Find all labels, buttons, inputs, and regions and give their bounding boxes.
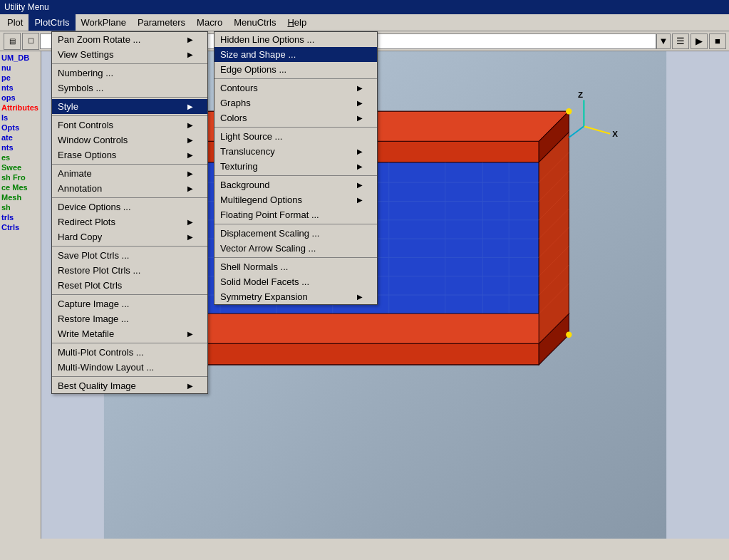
menu-best-quality-image[interactable]: Best Quality Image ▶ [52,378,207,393]
icon-btn-2[interactable]: ▶ [691,33,708,49]
svg-point-55 [566,332,572,338]
menu-numbering[interactable]: Numbering ... [52,66,207,81]
menu-annotation[interactable]: Annotation ▶ [52,181,207,196]
menu-redirect-plots[interactable]: Redirect Plots ▶ [52,214,207,229]
menu-floating-point-format[interactable]: Floating Point Format ... [214,207,377,222]
sidebar-attributes[interactable]: Attributes [1,103,39,113]
plotctrls-dropdown: Pan Zoom Rotate ... ▶ View Settings ▶ Nu… [51,31,208,394]
arrow-icon: ▶ [187,170,193,177]
icon-btn-3[interactable]: ■ [709,33,726,49]
menu-hidden-line-options[interactable]: Hidden Line Options ... [214,32,377,47]
menu-light-source[interactable]: Light Source ... [214,129,377,144]
menu-multi-plot-controls[interactable]: Multi-Plot Controls ... [52,345,207,360]
menu-pan-zoom-rotate[interactable]: Pan Zoom Rotate ... ▶ [52,32,207,47]
menu-multilegend-options[interactable]: Multilegend Options ▶ [214,192,377,207]
menu-device-options[interactable]: Device Options ... [52,199,207,214]
separator-6 [52,246,207,247]
sidebar-pe[interactable]: pe [1,73,39,83]
menu-background[interactable]: Background ▶ [214,177,377,192]
separator-s5 [214,257,377,258]
menu-shell-normals[interactable]: Shell Normals ... [214,259,377,274]
menu-texturing[interactable]: Texturing ▶ [214,159,377,174]
menu-macro[interactable]: Macro [191,14,228,31]
style-submenu: Hidden Line Options ... Size and Shape .… [214,31,378,305]
menu-help-label: Help [287,17,306,28]
sidebar-es[interactable]: es [1,152,39,162]
menu-contours[interactable]: Contours ▶ [214,81,377,95]
menu-reset-plot-ctrls[interactable]: Reset Plot Ctrls [52,278,207,293]
svg-text:X: X [612,130,618,138]
menu-restore-plot-ctrls[interactable]: Restore Plot Ctrls ... [52,263,207,278]
icon-btn-1[interactable]: ☰ [672,33,689,49]
sidebar-ce-mes[interactable]: ce Mes [1,182,39,192]
menu-workplane[interactable]: WorkPlane [76,14,132,31]
menu-font-controls[interactable]: Font Controls ▶ [52,118,207,133]
menu-parameters[interactable]: Parameters [132,14,191,31]
arrow-icon: ▶ [357,181,363,189]
menu-help[interactable]: Help [281,14,312,31]
menu-graphs[interactable]: Graphs ▶ [214,95,377,110]
left-sidebar: UM_DB nu pe nts ops Attributes ls Opts a… [0,51,41,539]
menu-plotctrls[interactable]: PlotCtrls [29,14,75,31]
sidebar-sh[interactable]: sh [1,202,39,212]
menu-vector-arrow-scaling[interactable]: Vector Arrow Scaling ... [214,241,377,256]
arrow-icon: ▶ [187,51,193,58]
menu-restore-image[interactable]: Restore Image ... [52,311,207,326]
arrow-icon: ▶ [187,382,193,390]
arrow-icon: ▶ [357,196,363,204]
menu-edge-options[interactable]: Edge Options ... [214,62,377,77]
separator-9 [52,376,207,377]
toolbar-btn-2[interactable]: ☐ [22,33,39,50]
menu-size-and-shape[interactable]: Size and Shape ... [214,47,377,62]
sidebar-nu[interactable]: nu [1,63,39,73]
separator-3 [52,115,207,116]
separator-s1 [214,78,377,79]
arrow-icon: ▶ [187,218,193,226]
menu-bar: Plot PlotCtrls WorkPlane Parameters Macr… [0,14,729,31]
menu-menuctrls[interactable]: MenuCtrls [228,14,281,31]
menu-window-controls[interactable]: Window Controls ▶ [52,133,207,147]
menu-hard-copy[interactable]: Hard Copy ▶ [52,229,207,244]
separator-2 [52,97,207,98]
sidebar-swee[interactable]: Swee [1,162,39,172]
sidebar-ctrls[interactable]: Ctrls [1,222,39,232]
menu-solid-model-facets[interactable]: Solid Model Facets ... [214,274,377,289]
arrow-icon: ▶ [357,147,363,155]
menu-capture-image[interactable]: Capture Image ... [52,296,207,311]
sidebar-ate[interactable]: ate [1,133,39,142]
menu-write-metafile[interactable]: Write Metafile ▶ [52,326,207,341]
separator-s4 [214,224,377,224]
sidebar-sh-fro[interactable]: sh Fro [1,172,39,182]
separator-5 [52,197,207,198]
sidebar-ops[interactable]: ops [1,93,39,103]
menu-menuctrls-label: MenuCtrls [234,17,276,28]
arrow-icon: ▶ [187,151,193,159]
menu-view-settings[interactable]: View Settings ▶ [52,47,207,62]
toolbar-btn-1[interactable]: ▤ [4,33,21,50]
sidebar-um-db[interactable]: UM_DB [1,53,39,63]
menu-symbols[interactable]: Symbols ... [52,81,207,95]
menu-save-plot-ctrls[interactable]: Save Plot Ctrls ... [52,248,207,263]
menu-erase-options[interactable]: Erase Options ▶ [52,147,207,162]
menu-translucency[interactable]: Translucency ▶ [214,144,377,159]
svg-marker-38 [164,313,569,343]
menu-plot[interactable]: Plot [1,14,29,31]
arrow-icon: ▶ [187,36,193,43]
menu-animate[interactable]: Animate ▶ [52,166,207,181]
separator-1 [52,63,207,64]
title-bar: Utility Menu [0,0,729,14]
sidebar-mesh[interactable]: Mesh [1,192,39,202]
menu-colors[interactable]: Colors ▶ [214,110,377,125]
sidebar-trls[interactable]: trls [1,212,39,222]
menu-style[interactable]: Style ▶ [52,99,207,114]
sidebar-nts[interactable]: nts [1,83,39,93]
menu-symmetry-expansion[interactable]: Symmetry Expansion ▶ [214,289,377,304]
menu-displacement-scaling[interactable]: Displacement Scaling ... [214,226,377,241]
menu-multi-window-layout[interactable]: Multi-Window Layout ... [52,360,207,375]
sidebar-nts2[interactable]: nts [1,142,39,152]
sidebar-ls[interactable]: ls [1,113,39,123]
sidebar-opts[interactable]: Opts [1,123,39,133]
combo-dropdown-btn[interactable]: ▼ [656,33,671,49]
svg-marker-37 [164,343,539,364]
arrow-icon: ▶ [357,99,363,107]
